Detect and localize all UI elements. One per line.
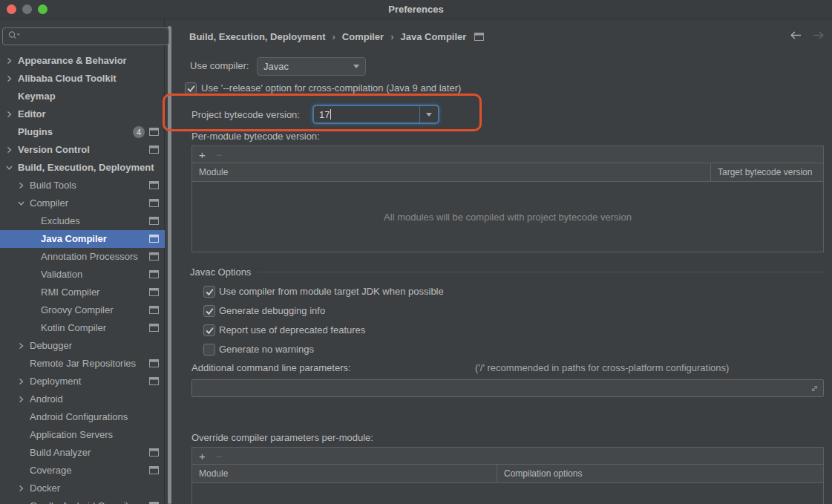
sidebar-item-docker[interactable]: Docker (0, 480, 165, 497)
table-empty-state: All modules will be compiled with projec… (192, 182, 823, 252)
sidebar-item-label: Kotlin Compiler (41, 319, 106, 337)
configurable-window-icon (149, 252, 159, 261)
column-header-target-bytecode[interactable]: Target bytecode version (710, 163, 823, 181)
configurable-window-icon (149, 145, 159, 154)
configurable-window-icon (149, 306, 159, 314)
sidebar-item-gradle-android-compiler[interactable]: Gradle-Android Compiler (0, 497, 165, 504)
sidebar-item-compiler[interactable]: Compiler (0, 194, 165, 212)
sidebar-item-label: Annotation Processors (41, 248, 138, 266)
sidebar-item-java-compiler[interactable]: Java Compiler (0, 230, 165, 248)
configurable-window-icon (149, 448, 159, 456)
sidebar-item-plugins[interactable]: Plugins4 (0, 123, 165, 141)
chevron-down-icon (353, 65, 359, 68)
sidebar-item-label: Version Control (18, 141, 90, 159)
chevron-collapsed-icon[interactable] (6, 57, 13, 65)
search-input[interactable] (21, 31, 168, 42)
search-icon (8, 30, 21, 42)
configurable-window-icon (149, 324, 159, 332)
sidebar-item-keymap[interactable]: Keymap (0, 88, 165, 105)
configurable-window-icon (149, 181, 159, 189)
generate-no-warnings-checkbox[interactable] (203, 344, 215, 356)
additional-params-field[interactable] (191, 379, 824, 397)
sidebar-item-label: Build Tools (30, 177, 76, 194)
add-button[interactable]: + (199, 149, 206, 160)
sidebar-item-build-tools[interactable]: Build Tools (0, 177, 165, 194)
configurable-window-icon (149, 235, 159, 243)
breadcrumb-item-compiler[interactable]: Compiler (342, 31, 384, 42)
chevron-collapsed-icon[interactable] (6, 146, 13, 154)
option-label: Use compiler from module target JDK when… (219, 286, 444, 298)
expand-icon[interactable] (810, 384, 819, 393)
column-header-module[interactable]: Module (192, 465, 497, 482)
remove-button[interactable]: − (216, 149, 223, 160)
breadcrumb-item-build-execution-deployment[interactable]: Build, Execution, Deployment (189, 31, 325, 42)
project-bytecode-dropdown-button[interactable] (419, 106, 438, 122)
chevron-collapsed-icon[interactable] (6, 111, 13, 118)
sidebar-item-label: Editor (18, 105, 46, 123)
sidebar-item-build-execution-deployment[interactable]: Build, Execution, Deployment (0, 159, 165, 177)
sidebar-item-label: Build Analyzer (30, 444, 91, 462)
option-label: Report use of deprecated features (219, 324, 365, 336)
sidebar-item-editor[interactable]: Editor (0, 105, 165, 123)
chevron-expanded-icon[interactable] (18, 200, 24, 207)
release-option-label: Use '--release' option for cross-compila… (201, 82, 461, 94)
chevron-collapsed-icon[interactable] (18, 378, 24, 385)
project-bytecode-combobox[interactable]: 17 (312, 105, 439, 124)
sidebar-item-label: Debugger (30, 337, 72, 355)
configurable-window-icon (149, 288, 159, 296)
generate-debugging-info-checkbox[interactable] (203, 305, 215, 317)
chevron-collapsed-icon[interactable] (18, 342, 24, 350)
sidebar-item-label: Coverage (30, 462, 71, 480)
chevron-collapsed-icon[interactable] (18, 396, 24, 403)
sidebar-item-android-configurations[interactable]: Android Configurations (0, 408, 165, 426)
section-divider (258, 272, 824, 272)
configurable-window-icon (149, 128, 159, 136)
additional-params-input[interactable] (192, 383, 810, 394)
window-title: Preferences (0, 4, 832, 15)
sidebar-item-label: Plugins (18, 123, 53, 141)
sidebar-item-appearance-behavior[interactable]: Appearance & Behavior (0, 52, 165, 70)
sidebar-item-kotlin-compiler[interactable]: Kotlin Compiler (0, 319, 165, 337)
sidebar-item-label: Docker (30, 480, 60, 497)
add-button[interactable]: + (199, 451, 206, 462)
sidebar-item-deployment[interactable]: Deployment (0, 373, 165, 390)
sidebar-item-debugger[interactable]: Debugger (0, 337, 165, 355)
sidebar-item-excludes[interactable]: Excludes (0, 212, 165, 230)
use-compiler-dropdown[interactable]: Javac (257, 57, 366, 76)
configurable-window-icon (474, 33, 484, 41)
settings-search-box[interactable] (2, 27, 169, 45)
sidebar-item-remote-jar-repositories[interactable]: Remote Jar Repositories (0, 355, 165, 373)
chevron-collapsed-icon[interactable] (6, 75, 13, 82)
sidebar-item-build-analyzer[interactable]: Build Analyzer (0, 444, 165, 462)
chevron-expanded-icon[interactable] (6, 164, 13, 171)
chevron-collapsed-icon[interactable] (18, 182, 24, 189)
javac-options-title: Javac Options (190, 266, 251, 278)
column-header-module[interactable]: Module (192, 163, 710, 181)
use-compiler-from-module-target-jdk-when-possible-checkbox[interactable] (203, 286, 215, 298)
sidebar-scrollbar[interactable] (168, 26, 171, 504)
sidebar-item-rmi-compiler[interactable]: RMI Compiler (0, 284, 165, 301)
table-header: Module Compilation options (192, 465, 823, 483)
sidebar-item-label: Remote Jar Repositories (30, 355, 136, 373)
sidebar-item-application-servers[interactable]: Application Servers (0, 426, 165, 444)
column-header-compilation-options[interactable]: Compilation options (497, 465, 823, 482)
sidebar-item-label: Application Servers (30, 426, 113, 444)
sidebar-item-validation[interactable]: Validation (0, 266, 165, 284)
breadcrumb-item-java-compiler[interactable]: Java Compiler (401, 31, 467, 42)
chevron-collapsed-icon[interactable] (18, 485, 24, 492)
sidebar-item-alibaba-cloud-toolkit[interactable]: Alibaba Cloud Toolkit (0, 70, 165, 88)
sidebar-item-version-control[interactable]: Version Control (0, 141, 165, 159)
report-use-of-deprecated-features-checkbox[interactable] (203, 324, 215, 336)
sidebar-item-android[interactable]: Android (0, 390, 165, 408)
configurable-window-icon (149, 217, 159, 225)
sidebar-item-annotation-processors[interactable]: Annotation Processors (0, 248, 165, 266)
table-toolbar: + − (192, 146, 823, 163)
javac-options-section: Javac Options (190, 266, 824, 278)
forward-arrow-icon[interactable] (812, 30, 827, 42)
release-option-checkbox[interactable] (185, 82, 197, 94)
back-arrow-icon[interactable] (790, 30, 805, 42)
remove-button[interactable]: − (216, 451, 223, 462)
sidebar-item-groovy-compiler[interactable]: Groovy Compiler (0, 301, 165, 319)
sidebar-item-coverage[interactable]: Coverage (0, 462, 165, 480)
plugins-count-badge: 4 (133, 126, 145, 138)
